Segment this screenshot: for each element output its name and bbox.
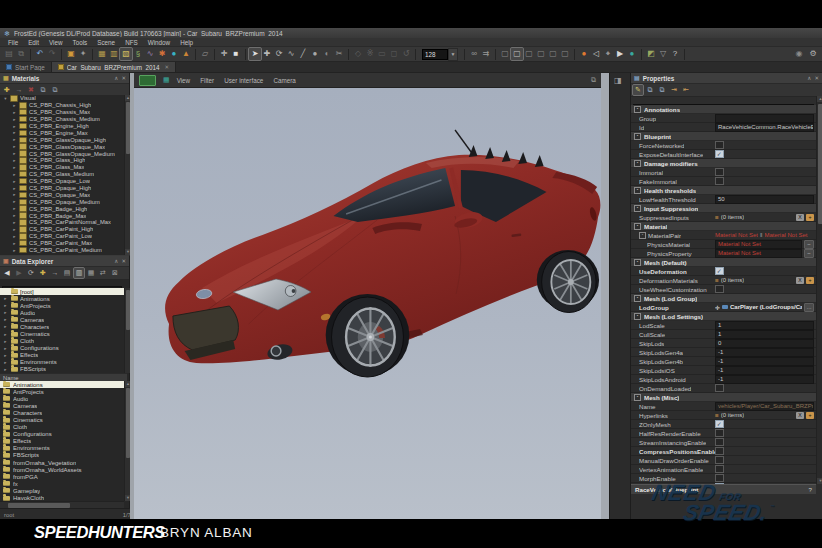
layout-2-icon[interactable]: ▢	[511, 48, 523, 60]
expander-icon[interactable]: ▸	[12, 220, 17, 225]
material-item[interactable]: ▸CS_PBR_Opaque_High	[0, 185, 124, 192]
expander-icon[interactable]: ▸	[12, 165, 17, 170]
collapse-section-icon[interactable]: -	[634, 205, 641, 212]
collapse-section-icon[interactable]: -	[634, 295, 641, 302]
settings-icon[interactable]: ⚙	[807, 48, 819, 60]
clear-list-button[interactable]: X	[796, 214, 804, 221]
add-item-button[interactable]: +	[806, 277, 814, 284]
property-row[interactable]: UseWheelCustomization✓	[631, 285, 816, 294]
tree-item[interactable]: ▸FBScripts	[0, 366, 124, 373]
collapse-section-icon[interactable]: -	[634, 187, 641, 194]
view-details-icon[interactable]: ▥	[74, 268, 84, 278]
list-item[interactable]: Effects	[0, 438, 124, 445]
script-asset-icon[interactable]: §	[132, 48, 144, 60]
material-item[interactable]: ▸CS_PBR_Chassis_Max	[0, 109, 124, 116]
foliage-tool-icon[interactable]: ※	[364, 48, 376, 60]
pick-reference-icon[interactable]: ✛	[715, 304, 720, 311]
tree-item[interactable]: ▸Audio	[0, 309, 124, 316]
info-icon[interactable]: ◉	[793, 48, 805, 60]
material-item[interactable]: ▸CS_PBR_Chassis_Medium	[0, 116, 124, 123]
scroll-down-icon[interactable]: ▼	[817, 478, 822, 484]
explorer-folder-tree[interactable]: [root]▸Animations▸AntProjects▸Audio▸Came…	[0, 288, 124, 373]
material-item[interactable]: ▸CS_PBR_GlassOpaque_Medium	[0, 150, 124, 157]
capture-icon[interactable]: ◩	[645, 48, 657, 60]
layout-6-icon[interactable]: ▢	[559, 48, 571, 60]
checkbox[interactable]: ✓	[715, 141, 724, 150]
import-properties-icon[interactable]: ⇤	[681, 85, 691, 95]
record-icon[interactable]: ●	[578, 48, 590, 60]
expander-icon[interactable]: ▸	[3, 346, 8, 351]
play-icon[interactable]: ▶	[614, 48, 626, 60]
lod-distance-input[interactable]	[422, 49, 448, 60]
maximize-viewport-icon[interactable]: ⧉	[591, 76, 596, 84]
clear-reference-button[interactable]: –	[804, 240, 814, 249]
expander-icon[interactable]: ▸	[12, 151, 17, 156]
checkbox[interactable]: ✓	[715, 420, 724, 429]
property-value-field[interactable]: -1	[715, 375, 814, 384]
material-item[interactable]: ▸CS_PBR_GlassOpaque_Max	[0, 143, 124, 150]
list-item[interactable]: fromOmaha_WorldAssets	[0, 466, 124, 473]
list-item[interactable]: AntProjects	[0, 388, 124, 395]
checkbox[interactable]: ✓	[715, 267, 724, 276]
collapse-panel-button[interactable]: ∧	[114, 258, 118, 264]
expander-icon[interactable]: ▸	[12, 117, 17, 122]
copy-properties-icon[interactable]: ⧉	[645, 85, 655, 95]
material-item[interactable]: ▸CS_PBR_Opaque_Medium	[0, 198, 124, 205]
save-all-icon[interactable]: ⧉	[15, 48, 27, 60]
list-item[interactable]: Animations	[0, 381, 124, 388]
expander-icon[interactable]: ▸	[3, 332, 8, 337]
layout-4-icon[interactable]: ▢	[535, 48, 547, 60]
paste-material-icon[interactable]: ⧉	[50, 85, 60, 95]
materials-list[interactable]: ▾Visual▸CS_PBR_Chassis_High▸CS_PBR_Chass…	[0, 95, 124, 255]
expander-icon[interactable]: ▸	[12, 248, 17, 253]
expander-icon[interactable]: ▸	[12, 144, 17, 149]
clear-list-button[interactable]: X	[796, 412, 804, 419]
close-panel-button[interactable]: ✕	[121, 258, 126, 264]
tree-item[interactable]: ▸Cameras	[0, 316, 124, 323]
property-value-field[interactable]: 1	[715, 321, 814, 330]
import-material-icon[interactable]: →	[14, 85, 24, 95]
expander-icon[interactable]: ▸	[3, 360, 8, 365]
timeline-asset-icon[interactable]: ∿	[144, 48, 156, 60]
property-row[interactable]: ManualDrawOrderEnable✓	[631, 456, 816, 465]
expander-icon[interactable]: ▸	[12, 186, 17, 191]
expander-icon[interactable]: ▸	[12, 130, 17, 135]
material-item[interactable]: ▸CS_PBR_Chassis_High	[0, 102, 124, 109]
save-icon[interactable]: ▤	[3, 48, 15, 60]
cut-tool-icon[interactable]: ✂	[333, 48, 345, 60]
material-item[interactable]: ▸CS_PBR_Engine_Max	[0, 129, 124, 136]
layout-5-icon[interactable]: ▢	[547, 48, 559, 60]
help-icon[interactable]: ?	[669, 48, 681, 60]
collapse-panel-button[interactable]: ∧	[807, 75, 811, 81]
material-item[interactable]: ▸CS_PBR_Glass_High	[0, 157, 124, 164]
export-properties-icon[interactable]: ⇥	[669, 85, 679, 95]
material-item[interactable]: ▸CS_PBR_CarPaint_Medium	[0, 247, 124, 254]
expander-icon[interactable]: ▸	[12, 124, 17, 129]
reference-field[interactable]: Material Not Set	[715, 249, 802, 258]
add-material-icon[interactable]: ✚	[2, 85, 12, 95]
checkbox[interactable]: ✓	[715, 474, 724, 483]
refresh-icon[interactable]: ⟳	[26, 268, 36, 278]
flame-asset-icon[interactable]: ▲	[180, 48, 192, 60]
property-row[interactable]: ForceNetworked✓	[631, 141, 816, 150]
checkbox[interactable]: ✓	[715, 177, 724, 186]
close-panel-button[interactable]: ✕	[814, 75, 819, 81]
property-row[interactable]: LowHealthThreshold50	[631, 195, 816, 204]
browse-button[interactable]: …	[804, 303, 814, 312]
expander-icon[interactable]: ▸	[3, 296, 8, 301]
property-value-field[interactable]: vehicles/Player/Car_Subaru_BRZPremiu	[715, 402, 814, 411]
refresh-assets-icon[interactable]: ✦	[77, 48, 89, 60]
copy-material-icon[interactable]: ⧉	[38, 85, 48, 95]
tree-item[interactable]: ▸Cloth	[0, 338, 124, 345]
expander-icon[interactable]: ▾	[3, 96, 8, 101]
terrain-tool-icon[interactable]: ◇	[352, 48, 364, 60]
checkbox[interactable]: ✓	[715, 150, 724, 159]
viewport-menu-user-interface[interactable]: User interface	[224, 77, 263, 84]
tree-item[interactable]: ▸Animations	[0, 295, 124, 302]
materials-panel-header[interactable]: ▦ Materials ∧✕	[0, 73, 129, 84]
menu-edit[interactable]: Edit	[23, 39, 44, 46]
property-row[interactable]: MorphEnable✓	[631, 474, 816, 483]
list-item[interactable]: fromOmaha_Vegetation	[0, 459, 124, 466]
list-item[interactable]: Audio	[0, 395, 124, 402]
checkbox[interactable]: ✓	[715, 465, 724, 474]
